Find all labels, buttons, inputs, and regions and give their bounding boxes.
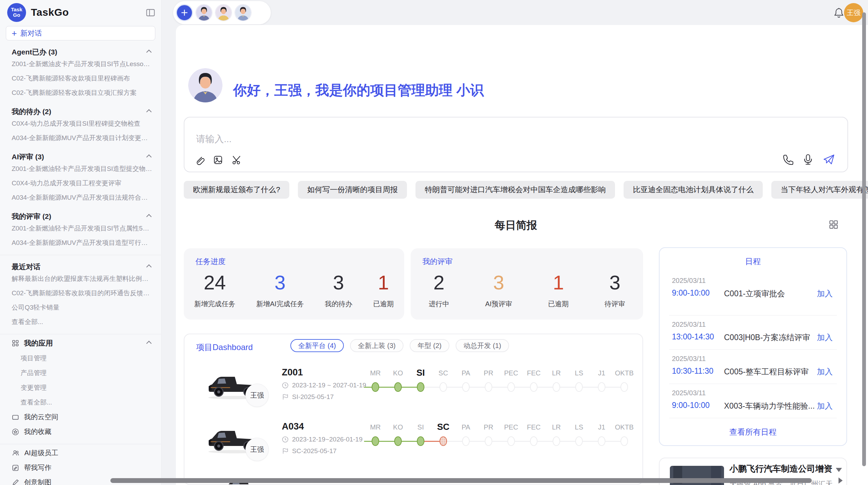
suggestion-chip[interactable]: 欧洲新规最近颁布了什么? [184, 181, 289, 199]
project-owner-badge: 王强 [245, 438, 269, 461]
add-agent-button[interactable] [176, 4, 193, 21]
agent-avatar-2[interactable] [215, 4, 232, 21]
dashboard-filters: 全新平台 (4) 全新上装 (3) 年型 (2) 动总开发 (1) [290, 339, 509, 352]
sidebar-task-item[interactable]: C02-飞腾新能源轻客改款项目立项汇报方案 [0, 86, 161, 100]
scissors-icon[interactable] [231, 154, 242, 165]
recent-chat-item[interactable]: 解释最新出台的欧盟报废车法规再生塑料比例被调至15%... [0, 272, 161, 286]
join-meeting-link[interactable]: 加入 [817, 288, 833, 299]
sidebar-task-item[interactable]: A034-全新新能源MUV产品开发项目法规符合性评审 [0, 190, 161, 205]
sidebar-task-item[interactable]: A034-全新新能源MUV产品开发项目造型可行性评审 [0, 236, 161, 250]
cloud-space-icon [12, 413, 19, 421]
milestone-dot [598, 436, 605, 446]
sidebar-item-product-mgmt[interactable]: 产品管理 [0, 365, 161, 380]
milestone-dot [462, 382, 470, 392]
schedule-event-title: C003|H0B-方案冻结评审 [724, 332, 810, 343]
suggestion-chip[interactable]: 特朗普可能对进口汽车增税会对中国车企造成哪些影响 [415, 181, 615, 199]
apps-grid-icon [12, 339, 19, 347]
suggestion-chip[interactable]: 比亚迪全固态电池计划具体说了什么 [624, 181, 763, 199]
agent-avatar-3[interactable] [234, 4, 252, 21]
section-ai-review[interactable]: AI评审 (3) [0, 152, 161, 162]
schedule-time: 10:30-11:30 [672, 366, 713, 376]
recent-chats-view-all[interactable]: 查看全部... [0, 315, 161, 329]
join-meeting-link[interactable]: 加入 [817, 401, 833, 411]
new-chat-button[interactable]: + 新对话 [6, 26, 155, 40]
sidebar-item-favorites[interactable]: 我的收藏 [0, 424, 161, 439]
divider [669, 349, 837, 350]
notification-bell-icon[interactable] [833, 7, 845, 18]
image-upload-icon[interactable] [213, 154, 224, 165]
user-avatar[interactable]: 王强 [844, 3, 863, 22]
recent-chat-item[interactable]: 公司Q3轻卡销量 [0, 300, 161, 315]
milestone-dot-done [394, 436, 402, 446]
news-title[interactable]: 小鹏飞行汽车制造公司增资 [730, 463, 832, 474]
filter-new-body[interactable]: 全新上装 (3) [350, 339, 403, 352]
filter-powertrain[interactable]: 动总开发 (1) [456, 339, 509, 352]
vertical-scrollbar[interactable] [862, 12, 866, 466]
people-icon [12, 449, 20, 457]
schedule-event-title: X003-车辆动力学性能验... [724, 401, 815, 411]
layout-grid-icon[interactable] [829, 220, 838, 229]
schedule-date: 2025/03/11 [672, 389, 706, 397]
sidebar-item-my-apps[interactable]: 我的应用 [0, 336, 161, 351]
milestone-dot [530, 382, 538, 392]
section-my-todo[interactable]: 我的待办 (2) [0, 107, 161, 116]
milestone-dot [530, 436, 538, 446]
milestone-dot-done [417, 382, 424, 392]
microphone-icon[interactable] [802, 153, 814, 165]
dashboard-title: 项目Dashboard [196, 342, 253, 353]
horizontal-scrollbar[interactable] [110, 478, 812, 483]
section-agent-done[interactable]: Agent已办 (3) [0, 47, 161, 57]
sidebar-item-cloud-space[interactable]: 我的云空间 [0, 410, 161, 424]
app-title: TaskGo [31, 7, 69, 18]
sidebar-collapse-icon[interactable] [145, 8, 156, 18]
suggestion-chip[interactable]: 如何写一份清晰的项目周报 [298, 181, 407, 199]
send-icon[interactable] [823, 153, 835, 165]
my-review-title: 我的评审 [422, 257, 453, 267]
sidebar-task-item[interactable]: Z001-全新燃油皮卡产品开发项目SI节点Lesson Learn报告 [0, 57, 161, 71]
project-owner-badge: 王强 [245, 384, 269, 407]
sidebar-task-item[interactable]: Z001-全新燃油轻卡产品开发项目SI造型提交物评审 [0, 162, 161, 176]
section-my-review[interactable]: 我的评审 (2) [0, 212, 161, 221]
stat-in-progress: 2进行中 [429, 271, 449, 309]
milestone-dot [620, 436, 628, 446]
sidebar-task-item[interactable]: Z001-全新燃油轻卡产品开发项目SI节点属性5D文件评审 [0, 221, 161, 236]
sidebar-task-item[interactable]: A034-全新新能源MUV产品开发项目计划变更表编写 [0, 131, 161, 145]
project-dates: 2023-12-19~2026-01-19 [282, 436, 362, 443]
chevron-up-icon [146, 154, 152, 160]
join-meeting-link[interactable]: 加入 [817, 332, 833, 343]
view-all-schedule-link[interactable]: 查看所有日程 [660, 427, 846, 437]
sidebar-task-item[interactable]: C02-飞腾新能源轻客改款项目里程碑画布 [0, 71, 161, 86]
sidebar-task-item[interactable]: C0X4-动力总成开发项目工程变更评审 [0, 176, 161, 190]
sidebar-item-project-mgmt[interactable]: 项目管理 [0, 351, 161, 365]
clock-icon [282, 436, 289, 443]
plus-icon: + [12, 29, 17, 38]
attachment-icon[interactable] [194, 154, 205, 165]
favorites-label: 我的收藏 [24, 424, 51, 439]
milestone-dot [485, 436, 492, 446]
composer [184, 117, 848, 172]
sidebar-task-item[interactable]: C0X4-动力总成开发项目SI里程碑提交物检查 [0, 116, 161, 131]
agent-avatar-1[interactable] [195, 4, 213, 21]
section-recent-chats[interactable]: 最近对话 [0, 262, 161, 272]
apps-view-all[interactable]: 查看全部... [0, 395, 161, 410]
project-code[interactable]: A034 [282, 421, 304, 432]
scroll-right-arrow[interactable] [839, 477, 843, 484]
join-meeting-link[interactable]: 加入 [817, 366, 833, 377]
filter-model-year[interactable]: 年型 (2) [410, 339, 449, 352]
app-logo: Task Go [7, 3, 26, 22]
scroll-down-arrow[interactable] [836, 468, 842, 472]
voice-call-icon[interactable] [782, 153, 793, 165]
cloud-space-label: 我的云空间 [24, 410, 58, 424]
sidebar-item-ai-super-staff[interactable]: AI超级员工 [0, 446, 161, 460]
milestone-dot-overdue [439, 436, 447, 446]
chat-input[interactable] [196, 134, 607, 145]
sidebar-item-change-mgmt[interactable]: 变更管理 [0, 380, 161, 395]
filter-new-platform[interactable]: 全新平台 (4) [290, 339, 344, 352]
milestone-dot [553, 436, 560, 446]
sidebar: Task Go TaskGo + 新对话 Agent已办 (3) Z001-全新… [0, 0, 161, 485]
sidebar-item-help-write[interactable]: 帮我写作 [0, 460, 161, 475]
recent-chat-item[interactable]: C02-飞腾新能源轻客改款项目的闭环通告反馈情况 [0, 286, 161, 300]
project-code[interactable]: Z001 [282, 367, 303, 378]
milestone-dot [598, 382, 605, 392]
suggestion-chip[interactable]: 当下年轻人对汽车外观有怎样的喜好趋势 [771, 181, 868, 199]
